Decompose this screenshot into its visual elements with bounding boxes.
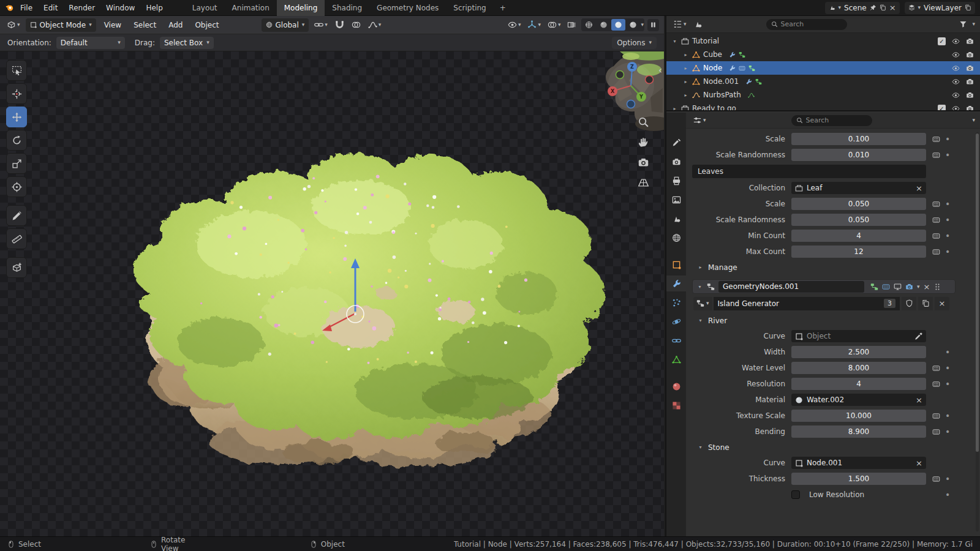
input-grid-icon[interactable] bbox=[739, 65, 745, 72]
navigation-gizmo[interactable]: Z X Y bbox=[604, 58, 655, 109]
viewport-canvas[interactable]: Z X Y ‹ bbox=[0, 51, 664, 536]
new-viewlayer-icon[interactable] bbox=[965, 4, 971, 11]
proportional-editing-toggle[interactable] bbox=[350, 19, 363, 31]
input-attribute-toggle-icon[interactable] bbox=[932, 216, 940, 224]
input-attribute-toggle-icon[interactable] bbox=[932, 232, 940, 240]
tool-annotate[interactable] bbox=[6, 205, 27, 226]
mode-dropdown[interactable]: Object Mode ▾ bbox=[26, 18, 96, 32]
eye-icon[interactable] bbox=[952, 51, 960, 59]
eyedropper-icon[interactable] bbox=[914, 332, 922, 340]
expand-icon[interactable]: ▸ bbox=[682, 79, 689, 84]
input-attribute-toggle-icon[interactable] bbox=[932, 475, 940, 483]
chevron-down-icon[interactable]: ▾ bbox=[972, 21, 975, 27]
snap-toggle[interactable] bbox=[333, 19, 346, 31]
modifier-wrench-icon[interactable] bbox=[729, 65, 736, 72]
input-attribute-toggle-icon[interactable] bbox=[932, 200, 940, 208]
orientation-setting-dropdown[interactable]: Default ▾ bbox=[56, 37, 125, 49]
thickness-field[interactable]: 1.500 bbox=[791, 473, 926, 485]
workspace-tab-scripting[interactable]: Scripting bbox=[446, 0, 493, 16]
unlink-icon[interactable]: × bbox=[916, 396, 922, 404]
proportional-falloff-dropdown[interactable]: ▾ bbox=[366, 19, 383, 31]
unlink-node-group-button[interactable]: × bbox=[935, 297, 949, 310]
menu-window[interactable]: Window bbox=[101, 2, 140, 14]
xray-toggle[interactable] bbox=[565, 19, 578, 31]
input-attribute-toggle-icon[interactable] bbox=[932, 151, 940, 159]
properties-tab-tool[interactable] bbox=[666, 135, 686, 151]
camera-view-icon[interactable] bbox=[638, 157, 649, 168]
camera-visibility-icon[interactable] bbox=[966, 64, 974, 72]
drag-handle-icon[interactable] bbox=[933, 283, 941, 291]
tool-transform[interactable] bbox=[6, 176, 27, 197]
properties-tab-view-layer[interactable] bbox=[666, 192, 686, 208]
properties-tab-data[interactable] bbox=[666, 351, 686, 367]
workspace-tab-modeling[interactable]: Modeling bbox=[277, 0, 325, 16]
collection-checkbox[interactable]: ✓ bbox=[938, 37, 946, 45]
menu-view[interactable]: View bbox=[100, 19, 126, 31]
item-name[interactable]: Cube bbox=[703, 50, 722, 59]
item-name[interactable]: Ready to go bbox=[692, 104, 736, 111]
input-attribute-toggle-icon[interactable] bbox=[932, 248, 940, 256]
overlays-dropdown[interactable]: ▾ bbox=[546, 19, 563, 31]
properties-search[interactable] bbox=[791, 115, 872, 126]
texture-scale-field[interactable]: 10.000 bbox=[791, 410, 926, 422]
gizmos-dropdown[interactable]: ▾ bbox=[526, 19, 543, 31]
properties-tab-constraints[interactable] bbox=[666, 332, 686, 348]
outliner-editor-type-button[interactable]: ▾ bbox=[671, 18, 688, 30]
properties-tab-output[interactable] bbox=[666, 173, 686, 189]
shading-solid-button[interactable] bbox=[597, 19, 611, 31]
water-level-field[interactable]: 8.000 bbox=[791, 362, 926, 374]
filter-icon[interactable] bbox=[959, 20, 967, 28]
chevron-down-icon[interactable]: ▾ bbox=[917, 284, 920, 290]
display-mode-icon[interactable] bbox=[693, 20, 703, 29]
outliner-search[interactable] bbox=[766, 19, 847, 30]
modifier-wrench-icon[interactable] bbox=[729, 51, 736, 58]
decorator-dot[interactable]: • bbox=[945, 474, 950, 483]
expand-icon[interactable]: ▸ bbox=[682, 92, 689, 98]
leaf-scale-randomness-field[interactable]: 0.050 bbox=[791, 214, 926, 226]
properties-tab-material[interactable] bbox=[666, 378, 686, 394]
drag-setting-dropdown[interactable]: Select Box ▾ bbox=[160, 37, 214, 49]
decorator-dot[interactable]: • bbox=[945, 216, 950, 224]
item-name[interactable]: Node.001 bbox=[703, 77, 739, 86]
menu-render[interactable]: Render bbox=[64, 2, 100, 14]
menu-add[interactable]: Add bbox=[164, 19, 187, 31]
stone-curve-field[interactable]: Node.001 × bbox=[791, 457, 926, 469]
expand-icon[interactable]: ▾ bbox=[696, 284, 703, 290]
collection-checkbox[interactable]: ✓ bbox=[938, 105, 946, 112]
properties-tab-particles[interactable] bbox=[666, 294, 686, 310]
river-curve-field[interactable]: Object bbox=[791, 330, 926, 342]
pan-hand-icon[interactable] bbox=[638, 137, 649, 148]
outliner-row-cube[interactable]: ▸ Cube bbox=[666, 48, 980, 61]
properties-tab-scene[interactable] bbox=[666, 211, 686, 227]
max-count-field[interactable]: 12 bbox=[791, 246, 926, 258]
eye-icon[interactable] bbox=[952, 64, 960, 72]
snapping-dropdown[interactable]: ▾ bbox=[312, 19, 330, 31]
bending-field[interactable]: 8.900 bbox=[791, 425, 926, 438]
display-realtime-icon[interactable] bbox=[894, 283, 902, 291]
properties-scrollbar-thumb[interactable] bbox=[976, 133, 979, 452]
shading-rendered-button[interactable] bbox=[626, 19, 640, 31]
input-attribute-toggle-icon[interactable] bbox=[932, 135, 940, 143]
camera-visibility-icon[interactable] bbox=[966, 51, 974, 59]
min-count-field[interactable]: 4 bbox=[791, 230, 926, 242]
chevron-down-icon[interactable]: ▾ bbox=[918, 5, 921, 10]
geometry-nodes-icon[interactable] bbox=[748, 65, 755, 72]
manage-section-header[interactable]: ▸ Manage bbox=[692, 260, 974, 275]
unlink-icon[interactable]: × bbox=[916, 459, 922, 467]
expand-icon[interactable]: ▾ bbox=[671, 39, 678, 44]
menu-help[interactable]: Help bbox=[141, 2, 167, 14]
eye-icon[interactable] bbox=[952, 37, 960, 45]
workspace-tab-shading[interactable]: Shading bbox=[325, 0, 369, 16]
properties-tab-physics[interactable] bbox=[666, 313, 686, 329]
decorator-dot[interactable]: • bbox=[945, 427, 950, 436]
properties-tab-object[interactable] bbox=[666, 257, 686, 272]
tool-move[interactable] bbox=[6, 107, 27, 127]
outliner-row-node[interactable]: ▸ Node bbox=[666, 61, 980, 75]
pin-icon[interactable] bbox=[870, 4, 876, 11]
blender-logo-icon[interactable] bbox=[5, 3, 14, 12]
user-count-badge[interactable]: 3 bbox=[884, 299, 895, 308]
menu-edit[interactable]: Edit bbox=[39, 2, 62, 14]
workspace-tab-geometry-nodes[interactable]: Geometry Nodes bbox=[369, 0, 446, 16]
node-tree-icon[interactable] bbox=[870, 283, 878, 291]
decorator-dot[interactable]: • bbox=[945, 348, 950, 356]
